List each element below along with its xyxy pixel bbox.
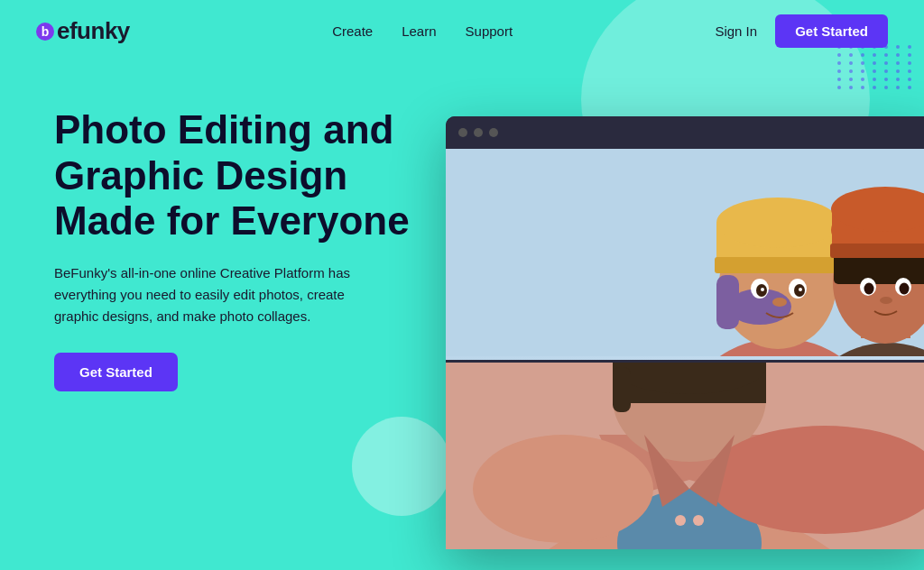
svg-point-30 [880,297,892,304]
get-started-header-button[interactable]: Get Started [775,14,888,48]
browser-mockup [446,116,924,549]
bg-circle-shape [352,417,451,516]
logo-text: efunky [57,17,130,45]
sign-in-link[interactable]: Sign In [715,23,757,39]
svg-point-42 [675,515,686,526]
svg-point-15 [799,288,802,291]
nav-create[interactable]: Create [332,23,373,39]
get-started-main-button[interactable]: Get Started [54,353,178,391]
photo-bottom [446,363,924,549]
main-nav: Create Learn Support [332,23,513,39]
svg-rect-9 [715,257,841,273]
svg-rect-5 [716,275,739,329]
svg-point-8 [716,198,839,248]
browser-dot-3 [489,128,498,137]
header-actions: Sign In Get Started [715,14,888,48]
svg-point-40 [473,435,653,543]
browser-dot-2 [474,128,483,137]
svg-rect-25 [830,244,924,258]
hero-text-block: Photo Editing and Graphic Design Made fo… [54,89,415,391]
logo[interactable]: b efunky [36,17,130,45]
hero-description: BeFunky's all-in-one online Creative Pla… [54,262,352,327]
svg-point-28 [864,283,874,295]
hero-title: Photo Editing and Graphic Design Made fo… [54,107,415,244]
photo-top [446,149,924,363]
svg-rect-38 [613,367,631,412]
logo-b-icon: b [36,23,54,41]
svg-point-14 [761,288,764,291]
illustration-top [446,149,924,356]
browser-dot-1 [458,128,467,137]
browser-content [446,149,924,549]
nav-support[interactable]: Support [466,23,513,39]
svg-point-16 [772,298,787,307]
nav-learn[interactable]: Learn [402,23,436,39]
site-header: b efunky Create Learn Support Sign In Ge… [0,0,924,62]
svg-point-43 [693,515,704,526]
svg-point-29 [900,283,910,295]
illustration-bottom [446,363,924,549]
hero-section: Photo Editing and Graphic Design Made fo… [0,62,924,391]
browser-bar [446,116,924,149]
